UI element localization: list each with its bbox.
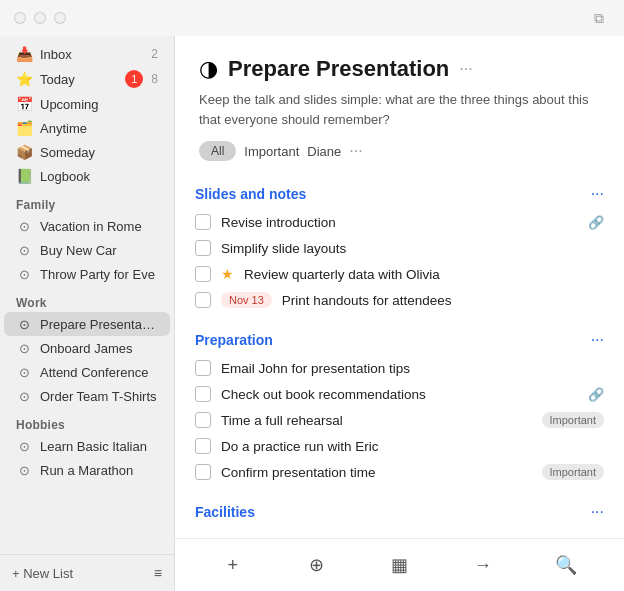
task-item: Simplify slide layouts (191, 235, 608, 261)
task-item: Nov 13 Print handouts for attendees (191, 287, 608, 313)
task-label: Do a practice run with Eric (221, 439, 604, 454)
task-item: ★ Review quarterly data with Olivia (191, 261, 608, 287)
sidebar-item-attend-conference[interactable]: ⊙ Attend Conference (4, 360, 170, 384)
task-item: Check out book recommendations 🔗 (191, 381, 608, 407)
link-icon: 🔗 (588, 387, 604, 402)
sidebar-item-label: Vacation in Rome (40, 219, 158, 234)
project-icon: ⊙ (16, 218, 32, 234)
task-label: Revise introduction (221, 215, 578, 230)
inbox-count: 2 (151, 47, 158, 61)
sidebar-item-order-tshirts[interactable]: ⊙ Order Team T-Shirts (4, 384, 170, 408)
section-header-family: Family (0, 188, 174, 214)
task-checkbox[interactable] (195, 292, 211, 308)
add-icon: + (227, 555, 238, 576)
sidebar-item-vacation-rome[interactable]: ⊙ Vacation in Rome (4, 214, 170, 238)
section-menu-button[interactable]: ··· (591, 185, 604, 203)
section-slides-notes: Slides and notes ··· Revise introduction… (191, 175, 608, 313)
sidebar-item-inbox[interactable]: 📥 Inbox 2 (4, 42, 170, 66)
task-checkbox[interactable] (195, 438, 211, 454)
sidebar-item-anytime[interactable]: 🗂️ Anytime (4, 116, 170, 140)
sidebar-item-label: Buy New Car (40, 243, 158, 258)
project-icon: ⊙ (16, 462, 32, 478)
sidebar-item-label: Onboard James (40, 341, 158, 356)
calendar-button[interactable]: ▦ (381, 547, 417, 583)
task-item: Do a practice run with Eric (191, 433, 608, 459)
task-checkbox[interactable] (195, 266, 211, 282)
project-icon: ⊙ (16, 364, 32, 380)
search-button[interactable]: 🔍 (548, 547, 584, 583)
section-menu-button[interactable]: ··· (591, 503, 604, 521)
calendar-add-button[interactable]: ⊕ (298, 547, 334, 583)
sidebar-item-onboard-james[interactable]: ⊙ Onboard James (4, 336, 170, 360)
sidebar-item-label: Logbook (40, 169, 158, 184)
sidebar-item-label: Run a Marathon (40, 463, 158, 478)
filter-all[interactable]: All (199, 141, 236, 161)
sidebar-item-throw-party[interactable]: ⊙ Throw Party for Eve (4, 262, 170, 286)
minimize-button[interactable] (34, 12, 46, 24)
new-list-button[interactable]: + New List (12, 566, 73, 581)
project-icon: ⊙ (16, 266, 32, 282)
task-label: Simplify slide layouts (221, 241, 604, 256)
copy-icon[interactable]: ⧉ (594, 10, 610, 26)
add-button[interactable]: + (215, 547, 251, 583)
sidebar-item-today[interactable]: ⭐ Today 1 8 (4, 66, 170, 92)
task-item: Time a full rehearsal Important (191, 407, 608, 433)
task-checkbox[interactable] (195, 360, 211, 376)
section-facilities: Facilities ··· (191, 493, 608, 527)
sidebar-item-label: Prepare Presentation (40, 317, 158, 332)
section-title-row: Slides and notes ··· (191, 175, 608, 209)
task-label: Check out book recommendations (221, 387, 578, 402)
section-title-row: Facilities ··· (191, 493, 608, 527)
main-content: ◑ Prepare Presentation ··· Keep the talk… (175, 36, 624, 591)
task-scroll: Slides and notes ··· Revise introduction… (175, 175, 624, 538)
sidebar-item-upcoming[interactable]: 📅 Upcoming (4, 92, 170, 116)
section-title: Slides and notes (195, 186, 306, 202)
task-checkbox[interactable] (195, 386, 211, 402)
sidebar-item-label: Throw Party for Eve (40, 267, 158, 282)
task-checkbox[interactable] (195, 412, 211, 428)
app-container: 📥 Inbox 2 ⭐ Today 1 8 📅 Upcoming 🗂️ Anyt… (0, 36, 624, 591)
sidebar-item-learn-italian[interactable]: ⊙ Learn Basic Italian (4, 434, 170, 458)
task-checkbox[interactable] (195, 464, 211, 480)
title-row: ◑ Prepare Presentation ··· (199, 56, 600, 82)
arrow-button[interactable]: → (465, 547, 501, 583)
project-icon: ⊙ (16, 340, 32, 356)
sidebar-item-run-marathon[interactable]: ⊙ Run a Marathon (4, 458, 170, 482)
settings-icon[interactable]: ≡ (154, 565, 162, 581)
task-checkbox[interactable] (195, 214, 211, 230)
project-icon: ⊙ (16, 242, 32, 258)
close-button[interactable] (14, 12, 26, 24)
section-menu-button[interactable]: ··· (591, 331, 604, 349)
section-header-work: Work (0, 286, 174, 312)
calendar-add-icon: ⊕ (309, 554, 324, 576)
filter-important[interactable]: Important (244, 144, 299, 159)
task-label: Confirm presentation time (221, 465, 532, 480)
sidebar-item-logbook[interactable]: 📗 Logbook (4, 164, 170, 188)
today-icon: ⭐ (16, 71, 32, 87)
importance-badge: Important (542, 412, 604, 428)
sidebar-item-buy-new-car[interactable]: ⊙ Buy New Car (4, 238, 170, 262)
project-title-icon: ◑ (199, 56, 218, 82)
task-checkbox[interactable] (195, 240, 211, 256)
someday-icon: 📦 (16, 144, 32, 160)
star-icon: ★ (221, 266, 234, 282)
section-title: Facilities (195, 504, 255, 520)
filter-diane[interactable]: Diane (307, 144, 341, 159)
task-item: Confirm presentation time Important (191, 459, 608, 485)
sidebar-item-label: Attend Conference (40, 365, 158, 380)
filter-more-button[interactable]: ··· (349, 142, 362, 160)
task-label: Print handouts for attendees (282, 293, 604, 308)
task-label: Email John for presentation tips (221, 361, 604, 376)
task-item: Email John for presentation tips (191, 355, 608, 381)
sidebar-item-label: Someday (40, 145, 158, 160)
title-menu-button[interactable]: ··· (459, 60, 472, 78)
maximize-button[interactable] (54, 12, 66, 24)
sidebar-item-someday[interactable]: 📦 Someday (4, 140, 170, 164)
task-label: Review quarterly data with Olivia (244, 267, 604, 282)
section-title: Preparation (195, 332, 273, 348)
sidebar-item-prepare-presentation[interactable]: ⊙ Prepare Presentation (4, 312, 170, 336)
today-badge: 1 (125, 70, 143, 88)
today-count: 8 (151, 72, 158, 86)
sidebar-content: 📥 Inbox 2 ⭐ Today 1 8 📅 Upcoming 🗂️ Anyt… (0, 36, 174, 554)
calendar-icon: ▦ (391, 554, 408, 576)
